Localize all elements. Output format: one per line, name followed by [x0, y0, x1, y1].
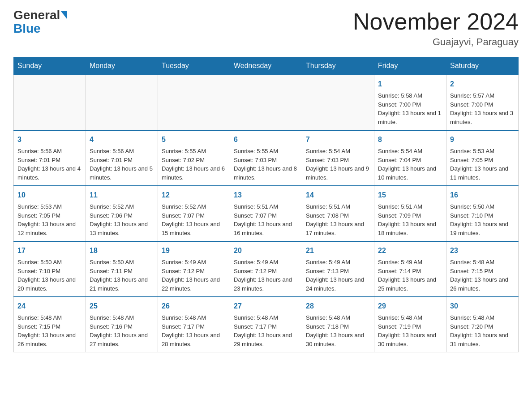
sunrise-text: Sunrise: 5:54 AM: [306, 148, 350, 154]
week-row-2: 3Sunrise: 5:56 AMSunset: 7:01 PMDaylight…: [14, 130, 519, 186]
daylight-text: Daylight: 13 hours and 31 minutes.: [450, 332, 508, 347]
calendar-cell-w5-d3: 26Sunrise: 5:48 AMSunset: 7:17 PMDayligh…: [158, 297, 230, 352]
daylight-text: Daylight: 13 hours and 4 minutes.: [17, 165, 81, 181]
daylight-text: Daylight: 13 hours and 25 minutes.: [378, 276, 436, 292]
calendar-cell-w3-d5: 14Sunrise: 5:51 AMSunset: 7:08 PMDayligh…: [302, 186, 374, 241]
sunrise-text: Sunrise: 5:51 AM: [306, 203, 350, 210]
daylight-text: Daylight: 13 hours and 8 minutes.: [234, 165, 297, 181]
day-number: 13: [234, 190, 298, 201]
header-tuesday: Tuesday: [158, 57, 230, 75]
sunset-text: Sunset: 7:07 PM: [162, 212, 205, 219]
sunset-text: Sunset: 7:12 PM: [234, 268, 277, 274]
page-header: General Blue November 2024 Guajayvi, Par…: [13, 9, 519, 48]
sunset-text: Sunset: 7:05 PM: [17, 212, 60, 219]
sunset-text: Sunset: 7:19 PM: [378, 323, 421, 330]
sunset-text: Sunset: 7:03 PM: [234, 157, 277, 163]
calendar-cell-w4-d7: 23Sunrise: 5:48 AMSunset: 7:15 PMDayligh…: [446, 241, 519, 297]
day-number: 10: [17, 190, 82, 201]
day-number: 22: [378, 245, 442, 256]
daylight-text: Daylight: 13 hours and 3 minutes.: [450, 110, 513, 125]
sunset-text: Sunset: 7:15 PM: [17, 323, 60, 330]
week-row-3: 10Sunrise: 5:53 AMSunset: 7:05 PMDayligh…: [14, 186, 519, 241]
sunrise-text: Sunrise: 5:55 AM: [234, 148, 278, 154]
daylight-text: Daylight: 13 hours and 24 minutes.: [306, 276, 364, 292]
sunrise-text: Sunrise: 5:55 AM: [162, 148, 206, 154]
sunrise-text: Sunrise: 5:49 AM: [306, 259, 350, 265]
sunrise-text: Sunrise: 5:51 AM: [378, 203, 422, 210]
week-row-5: 24Sunrise: 5:48 AMSunset: 7:15 PMDayligh…: [14, 297, 519, 352]
daylight-text: Daylight: 13 hours and 27 minutes.: [90, 332, 148, 347]
sunrise-text: Sunrise: 5:51 AM: [234, 203, 278, 210]
calendar-cell-w2-d1: 3Sunrise: 5:56 AMSunset: 7:01 PMDaylight…: [14, 130, 86, 186]
sunrise-text: Sunrise: 5:48 AM: [450, 314, 494, 321]
day-number: 9: [450, 134, 515, 145]
calendar-cell-w2-d4: 6Sunrise: 5:55 AMSunset: 7:03 PMDaylight…: [230, 130, 302, 186]
daylight-text: Daylight: 13 hours and 10 minutes.: [378, 165, 436, 181]
title-section: November 2024 Guajayvi, Paraguay: [353, 9, 519, 48]
calendar-cell-w1-d6: 1Sunrise: 5:58 AMSunset: 7:00 PMDaylight…: [374, 75, 446, 130]
sunset-text: Sunset: 7:15 PM: [450, 268, 493, 274]
calendar-cell-w5-d1: 24Sunrise: 5:48 AMSunset: 7:15 PMDayligh…: [14, 297, 86, 352]
day-number: 3: [17, 134, 82, 145]
sunset-text: Sunset: 7:08 PM: [306, 212, 349, 219]
day-number: 18: [90, 245, 154, 256]
day-number: 24: [17, 301, 82, 312]
sunset-text: Sunset: 7:17 PM: [162, 323, 205, 330]
daylight-text: Daylight: 13 hours and 29 minutes.: [234, 332, 292, 347]
daylight-text: Daylight: 13 hours and 6 minutes.: [162, 165, 225, 181]
daylight-text: Daylight: 13 hours and 22 minutes.: [162, 276, 220, 292]
day-number: 2: [450, 79, 515, 90]
logo-name-black: General: [13, 9, 60, 21]
sunset-text: Sunset: 7:13 PM: [306, 268, 349, 274]
logo-name-blue: Blue: [13, 21, 41, 35]
day-number: 1: [378, 79, 442, 90]
calendar-cell-w4-d3: 19Sunrise: 5:49 AMSunset: 7:12 PMDayligh…: [158, 241, 230, 297]
sunrise-text: Sunrise: 5:49 AM: [162, 259, 206, 265]
daylight-text: Daylight: 13 hours and 19 minutes.: [450, 221, 508, 236]
sunset-text: Sunset: 7:00 PM: [450, 101, 493, 108]
sunset-text: Sunset: 7:03 PM: [306, 157, 349, 163]
sunset-text: Sunset: 7:01 PM: [90, 157, 133, 163]
sunset-text: Sunset: 7:05 PM: [450, 157, 493, 163]
sunrise-text: Sunrise: 5:48 AM: [162, 314, 206, 321]
calendar-cell-w5-d7: 30Sunrise: 5:48 AMSunset: 7:20 PMDayligh…: [446, 297, 519, 352]
sunrise-text: Sunrise: 5:56 AM: [90, 148, 134, 154]
calendar-cell-w5-d5: 28Sunrise: 5:48 AMSunset: 7:18 PMDayligh…: [302, 297, 374, 352]
sunrise-text: Sunrise: 5:48 AM: [378, 314, 422, 321]
day-number: 29: [378, 301, 442, 312]
calendar-cell-w3-d1: 10Sunrise: 5:53 AMSunset: 7:05 PMDayligh…: [14, 186, 86, 241]
calendar-cell-w4-d2: 18Sunrise: 5:50 AMSunset: 7:11 PMDayligh…: [86, 241, 158, 297]
sunset-text: Sunset: 7:14 PM: [378, 268, 421, 274]
sunrise-text: Sunrise: 5:53 AM: [17, 203, 62, 210]
day-number: 28: [306, 301, 370, 312]
sunrise-text: Sunrise: 5:57 AM: [450, 92, 494, 99]
sunrise-text: Sunrise: 5:56 AM: [17, 148, 62, 154]
sunrise-text: Sunrise: 5:52 AM: [90, 203, 134, 210]
day-number: 7: [306, 134, 370, 145]
day-number: 11: [90, 190, 154, 201]
daylight-text: Daylight: 13 hours and 11 minutes.: [450, 165, 508, 181]
daylight-text: Daylight: 13 hours and 5 minutes.: [90, 165, 153, 181]
header-friday: Friday: [374, 57, 446, 75]
day-number: 19: [162, 245, 226, 256]
day-number: 6: [234, 134, 298, 145]
calendar-cell-w3-d6: 15Sunrise: 5:51 AMSunset: 7:09 PMDayligh…: [374, 186, 446, 241]
sunrise-text: Sunrise: 5:48 AM: [450, 259, 494, 265]
calendar-cell-w1-d5: [302, 75, 374, 130]
calendar-cell-w4-d4: 20Sunrise: 5:49 AMSunset: 7:12 PMDayligh…: [230, 241, 302, 297]
sunset-text: Sunset: 7:00 PM: [378, 101, 421, 108]
day-number: 23: [450, 245, 515, 256]
day-number: 27: [234, 301, 298, 312]
daylight-text: Daylight: 13 hours and 30 minutes.: [306, 332, 364, 347]
calendar-cell-w4-d1: 17Sunrise: 5:50 AMSunset: 7:10 PMDayligh…: [14, 241, 86, 297]
daylight-text: Daylight: 13 hours and 17 minutes.: [306, 221, 364, 236]
day-number: 15: [378, 190, 442, 201]
calendar-cell-w5-d2: 25Sunrise: 5:48 AMSunset: 7:16 PMDayligh…: [86, 297, 158, 352]
calendar-cell-w3-d3: 12Sunrise: 5:52 AMSunset: 7:07 PMDayligh…: [158, 186, 230, 241]
calendar-cell-w1-d1: [14, 75, 86, 130]
day-number: 12: [162, 190, 226, 201]
calendar-cell-w2-d6: 8Sunrise: 5:54 AMSunset: 7:04 PMDaylight…: [374, 130, 446, 186]
daylight-text: Daylight: 13 hours and 18 minutes.: [378, 221, 436, 236]
sunrise-text: Sunrise: 5:48 AM: [90, 314, 134, 321]
sunrise-text: Sunrise: 5:52 AM: [162, 203, 206, 210]
